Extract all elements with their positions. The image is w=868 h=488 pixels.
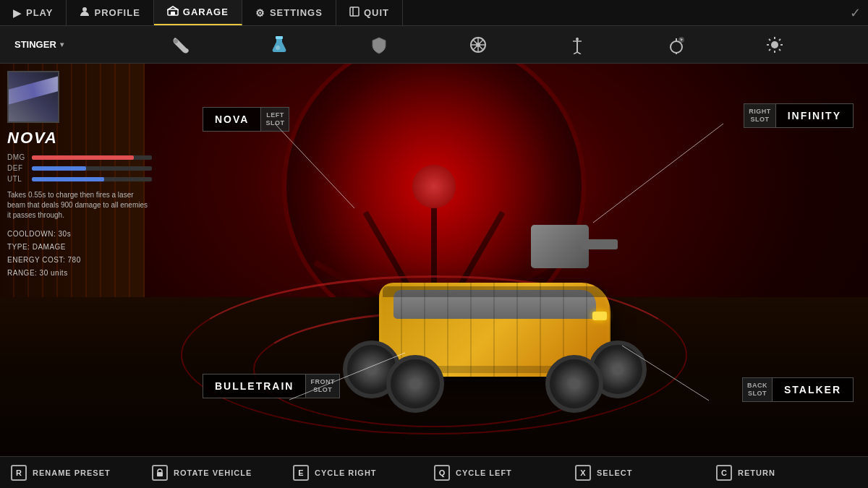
select-label: SELECT bbox=[597, 468, 632, 477]
svg-rect-2 bbox=[171, 12, 175, 15]
nav-play-label: PLAY bbox=[26, 7, 53, 18]
slot-bulletrain[interactable]: BULLETRAIN FRONTSLOT bbox=[203, 374, 340, 398]
settings-icon: ⚙ bbox=[255, 7, 265, 19]
action-cycle-left[interactable]: Q CYCLE LEFT bbox=[434, 465, 575, 481]
range-stat: RANGE: 30 units bbox=[7, 267, 152, 280]
toolbar-radar-icon[interactable] bbox=[667, 35, 686, 54]
dmg-label: DMG bbox=[7, 153, 27, 161]
toolbar-flask-icon[interactable] bbox=[269, 35, 289, 55]
weapon-thumbnail bbox=[7, 71, 59, 123]
toolbar: STINGER ▾ bbox=[0, 26, 868, 64]
slot-infinity[interactable]: RIGHTSLOT INFINITY bbox=[744, 103, 854, 128]
svg-line-17 bbox=[574, 52, 577, 54]
utl-label: UTL bbox=[7, 175, 27, 183]
svg-line-28 bbox=[769, 39, 770, 40]
svg-line-30 bbox=[779, 39, 780, 40]
nav-checkmark: ✓ bbox=[850, 0, 868, 25]
vehicle bbox=[343, 225, 647, 413]
slot-bulletrain-name: BULLETRAIN bbox=[203, 374, 306, 398]
dmg-bar-fill bbox=[32, 155, 134, 160]
slot-stalker-name: STALKER bbox=[772, 377, 854, 402]
wheel-back-left bbox=[386, 355, 444, 413]
key-q: Q bbox=[434, 465, 450, 481]
key-x: X bbox=[575, 465, 591, 481]
def-stat-row: DEF bbox=[7, 164, 152, 172]
slot-nova-tag: LEFTSLOT bbox=[261, 107, 289, 132]
slot-bulletrain-tag: FRONTSLOT bbox=[306, 374, 340, 398]
slot-stalker[interactable]: BACKSLOT STALKER bbox=[742, 377, 854, 402]
wheel-back-right bbox=[545, 355, 603, 413]
nav-profile-label: PROFILE bbox=[94, 7, 140, 18]
bottom-bar: R RENAME PRESET ROTATE VEHICLE E CYCLE R… bbox=[0, 456, 868, 488]
svg-point-7 bbox=[276, 46, 280, 50]
nav-settings-label: SETTINGS bbox=[270, 7, 323, 18]
toolbar-wrench-icon[interactable] bbox=[170, 35, 189, 54]
utl-stat-row: UTL bbox=[7, 175, 152, 183]
weapon-thumb-stripe bbox=[7, 75, 59, 106]
nav-quit-label: QUIT bbox=[364, 7, 389, 18]
weapon-mount bbox=[531, 225, 589, 268]
def-label: DEF bbox=[7, 164, 27, 172]
nav-garage-label: GARAGE bbox=[183, 7, 229, 17]
action-rotate-vehicle[interactable]: ROTATE VEHICLE bbox=[152, 465, 293, 481]
utl-bar-fill bbox=[32, 177, 104, 181]
svg-line-18 bbox=[577, 52, 581, 54]
nav-settings[interactable]: ⚙ SETTINGS bbox=[242, 0, 336, 25]
def-bar-fill bbox=[32, 166, 86, 171]
cooldown-stat: COOLDOWN: 30s bbox=[7, 228, 152, 241]
cycle-left-label: CYCLE LEFT bbox=[456, 468, 512, 477]
type-stat: TYPE: DAMAGE bbox=[7, 241, 152, 254]
slot-stalker-tag: BACKSLOT bbox=[742, 377, 772, 402]
preset-selector[interactable]: STINGER ▾ bbox=[14, 39, 101, 50]
action-return[interactable]: C RETURN bbox=[716, 465, 857, 481]
cycle-right-label: CYCLE RIGHT bbox=[315, 468, 377, 477]
toolbar-sun-icon[interactable] bbox=[765, 35, 784, 54]
utl-bar-background bbox=[32, 177, 152, 181]
toolbar-wheel-icon[interactable] bbox=[469, 35, 488, 54]
dmg-bar-background bbox=[32, 155, 152, 160]
svg-rect-3 bbox=[350, 7, 359, 16]
preset-chevron-icon: ▾ bbox=[60, 40, 64, 48]
weapon-stats: COOLDOWN: 30s TYPE: DAMAGE ENERGY COST: … bbox=[7, 228, 152, 280]
main-scene: NOVA DMG DEF UTL Takes 0.55s to charge t… bbox=[0, 64, 868, 456]
profile-icon bbox=[80, 7, 90, 19]
rotate-vehicle-label: ROTATE VEHICLE bbox=[174, 468, 252, 477]
toolbar-shield-icon[interactable] bbox=[370, 35, 388, 54]
weapon-info-panel: NOVA DMG DEF UTL Takes 0.55s to charge t… bbox=[7, 71, 152, 280]
slot-infinity-tag: RIGHTSLOT bbox=[744, 103, 775, 128]
svg-line-29 bbox=[779, 49, 780, 51]
slot-infinity-name: INFINITY bbox=[775, 103, 854, 128]
svg-rect-6 bbox=[276, 36, 283, 39]
svg-point-19 bbox=[671, 41, 682, 53]
nav-garage[interactable]: GARAGE bbox=[154, 0, 242, 25]
nav-profile[interactable]: PROFILE bbox=[67, 0, 153, 25]
slot-nova[interactable]: NOVA LEFTSLOT bbox=[203, 107, 289, 132]
rename-preset-label: RENAME PRESET bbox=[33, 468, 111, 477]
toolbar-icons bbox=[101, 35, 854, 55]
slot-nova-name: NOVA bbox=[203, 107, 261, 132]
nav-play[interactable]: ▶ PLAY bbox=[0, 0, 67, 25]
garage-icon bbox=[167, 6, 179, 18]
svg-point-0 bbox=[82, 7, 87, 12]
action-cycle-right[interactable]: E CYCLE RIGHT bbox=[293, 465, 434, 481]
svg-rect-36 bbox=[157, 472, 163, 476]
key-c: C bbox=[716, 465, 732, 481]
weapon-name: NOVA bbox=[7, 129, 152, 147]
top-navigation: ▶ PLAY PROFILE GARAGE ⚙ SETTINGS QUIT ✓ bbox=[0, 0, 868, 26]
play-icon: ▶ bbox=[13, 7, 22, 19]
toolbar-antenna-icon[interactable] bbox=[568, 35, 587, 54]
quit-icon bbox=[349, 7, 359, 19]
key-e: E bbox=[293, 465, 309, 481]
nav-quit[interactable]: QUIT bbox=[336, 0, 403, 25]
preset-name: STINGER bbox=[14, 39, 56, 50]
weapon-barrel bbox=[582, 239, 618, 249]
key-lock bbox=[152, 465, 168, 481]
return-label: RETURN bbox=[738, 468, 775, 477]
def-bar-background bbox=[32, 166, 152, 171]
svg-point-16 bbox=[576, 38, 579, 40]
action-rename-preset[interactable]: R RENAME PRESET bbox=[11, 465, 152, 481]
svg-point-5 bbox=[174, 39, 178, 43]
svg-line-31 bbox=[769, 49, 770, 51]
action-select[interactable]: X SELECT bbox=[575, 465, 716, 481]
dmg-stat-row: DMG bbox=[7, 153, 152, 161]
